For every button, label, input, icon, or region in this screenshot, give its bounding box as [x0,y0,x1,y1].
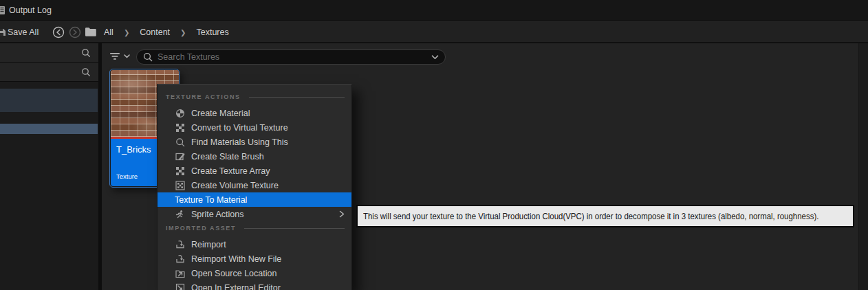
save-all-label: Save All [8,27,39,37]
save-all-button[interactable]: Save All [8,21,39,43]
menu-item-texture-to-material[interactable]: Texture To Material [158,192,351,207]
menu-item-reimport-with-new-file[interactable]: Reimport With New File [158,252,351,266]
search-input[interactable] [158,52,426,62]
search-options-chevron-icon[interactable] [431,55,439,60]
search-icon [81,48,91,58]
tab-output-log[interactable]: Output Log [0,0,52,21]
menu-item-find-materials-using-this[interactable]: Find Materials Using This [158,135,351,149]
unreal-editor-window: Output Log Save All All❯Content❯Textures [0,0,868,290]
section-divider [244,228,345,229]
checker-icon [175,166,185,176]
breadcrumb-item-all[interactable]: All [102,27,115,37]
menu-item-label: Reimport With New File [191,254,281,264]
tab-bar: Output Log [0,0,868,21]
sources-panel [0,43,98,290]
menu-item-sprite-actions[interactable]: Sprite Actions [158,207,351,221]
panel-search-input[interactable] [0,43,98,63]
menu-item-create-texture-array[interactable]: Create Texture Array [158,164,351,178]
breadcrumb-chevron-icon: ❯ [171,29,195,36]
menu-item-open-in-external-editor[interactable]: Open In External Editor [158,280,351,290]
toolbar: Save All All❯Content❯Textures [0,21,868,43]
menu-item-create-slate-brush[interactable]: Create Slate Brush [158,149,351,164]
reimport-icon [175,254,185,264]
menu-item-open-source-location[interactable]: Open Source Location [158,266,351,280]
material-sphere-icon [175,109,185,118]
breadcrumb: All❯Content❯Textures [102,21,230,43]
search-icon [81,67,91,77]
menu-item-label: Texture To Material [175,195,247,205]
search-box [136,49,446,65]
menu-item-label: Open In External Editor [191,283,281,290]
nav-back-button[interactable] [52,26,65,38]
slate-brush-icon [175,152,185,161]
menu-section-header: IMPORTED ASSET [158,222,351,234]
menu-item-label: Reimport [191,240,226,249]
menu-item-label: Create Material [191,109,250,118]
save-icon [0,27,6,37]
asset-context-menu: TEXTURE ACTIONSCreate MaterialConvert to… [157,84,352,290]
tree-row-selected[interactable] [0,89,98,112]
asset-name: T_Bricks [116,144,151,155]
chevron-down-icon [124,54,130,58]
menu-item-label: Open Source Location [191,269,276,278]
folder-icon [85,27,97,37]
menu-item-create-volume-texture[interactable]: Create Volume Texture [158,178,351,192]
volume-texture-icon [175,181,185,190]
search-icon [175,137,185,147]
submenu-chevron-icon [339,210,345,218]
breadcrumb-item-textures[interactable]: Textures [195,27,230,37]
output-log-icon [0,5,6,15]
menu-item-label: Create Volume Texture [191,181,279,190]
menu-section-header: TEXTURE ACTIONS [158,91,351,103]
filter-button[interactable] [109,49,134,63]
checker-icon [175,123,185,133]
sprite-icon [175,210,185,219]
search-icon [143,52,153,62]
breadcrumb-item-content[interactable]: Content [138,27,171,37]
nav-forward-button[interactable] [69,26,81,38]
folder-arrow-icon [175,269,185,278]
menu-item-create-material[interactable]: Create Material [158,106,351,120]
reimport-icon [175,240,185,249]
menu-item-label: Find Materials Using This [191,137,288,147]
asset-type: Texture [116,172,138,180]
panel-search-input-2[interactable] [0,63,98,82]
tab-output-log-label: Output Log [9,5,52,15]
menu-item-label: Create Slate Brush [191,152,264,161]
panel-splitter[interactable] [98,43,102,290]
section-divider [249,97,345,98]
menu-item-label: Create Texture Array [191,166,270,176]
tooltip: This will send your texture to the Virtu… [356,205,854,227]
filter-icon [109,52,121,61]
tree-row-hovered[interactable] [0,124,98,134]
breadcrumb-chevron-icon: ❯ [115,29,138,36]
menu-item-reimport[interactable]: Reimport [158,237,351,252]
menu-item-label: Sprite Actions [191,210,243,219]
scrollbar-gutter[interactable] [858,43,868,290]
menu-item-convert-to-virtual-texture[interactable]: Convert to Virtual Texture [158,120,351,135]
tooltip-text: This will send your texture to the Virtu… [363,211,818,221]
external-editor-icon [175,283,185,290]
menu-item-label: Convert to Virtual Texture [191,123,288,133]
